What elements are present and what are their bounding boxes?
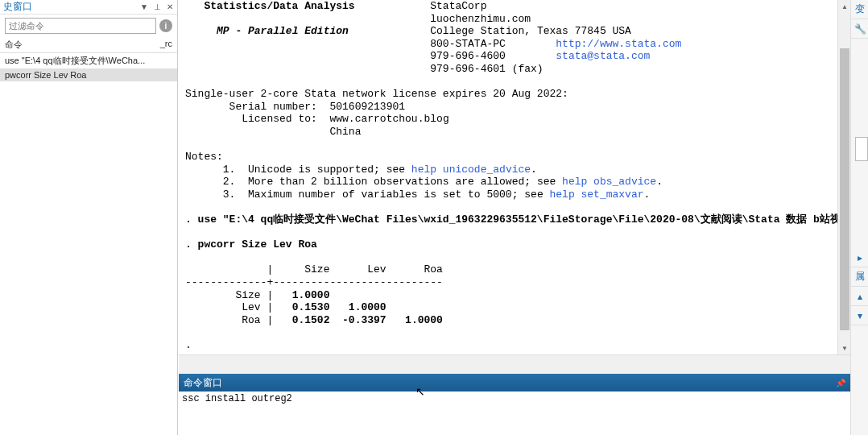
history-column-header: 命令 _rc — [0, 37, 177, 53]
stata-email-link[interactable]: stata@stata.com — [556, 50, 650, 62]
history-panel: 史窗口 ▼ ⊥ ✕ i 命令 _rc use "E:\4 qq临时接受文件\We… — [0, 0, 178, 435]
mini-scroll-thumb[interactable] — [855, 137, 868, 161]
corr-row2-label: Lev — [242, 301, 260, 313]
command-header: 命令窗口 📌 — [179, 374, 850, 392]
note1-text: 1. Unicode is supported; see — [223, 164, 411, 176]
filter-row: i — [0, 14, 177, 37]
corr-hdr-roa: Roa — [424, 263, 442, 276]
history-title: 史窗口 — [3, 0, 140, 14]
tab-properties[interactable]: 属 — [851, 267, 868, 287]
corr-r3c3: 1.0000 — [405, 314, 443, 326]
site-label: luochenzhimu.com — [430, 13, 531, 25]
results-panel: Statistics/Data Analysis StataCorp luoch… — [179, 0, 850, 354]
command-input[interactable] — [179, 392, 850, 406]
history-item[interactable]: use "E:\4 qq临时接受文件\WeCha... — [0, 53, 177, 68]
history-item[interactable]: pwcorr Size Lev Roa — [0, 68, 177, 81]
obs-advice-link[interactable]: help obs_advice — [562, 176, 656, 188]
address-label: College Station, Texas 77845 USA — [430, 25, 631, 37]
command-panel: 命令窗口 📌 — [179, 374, 850, 435]
echo-cmd2: . pwcorr Size Lev Roa — [185, 238, 317, 251]
history-toolbar: ▼ ⊥ ✕ — [140, 3, 174, 11]
company-label: StataCorp — [430, 0, 486, 12]
stata-url-link[interactable]: http://www.stata.com — [556, 38, 681, 50]
tab-up-icon[interactable]: ▴ — [851, 287, 868, 306]
corr-row1-label: Size — [235, 289, 260, 301]
col-header-command: 命令 — [5, 39, 150, 51]
corr-r3c2: -0.3397 — [342, 314, 386, 326]
filter-icon[interactable]: ▼ — [140, 3, 148, 11]
note3-text: 3. Maximum number of variables is set to… — [223, 188, 550, 201]
stat-label: Statistics/Data Analysis — [204, 0, 354, 12]
tab-variables[interactable]: 变 — [851, 0, 868, 19]
info-icon[interactable]: i — [159, 19, 172, 32]
filter-input[interactable] — [5, 18, 156, 34]
corr-r3c1: 0.1502 — [292, 314, 330, 326]
scroll-thumb[interactable] — [840, 48, 849, 330]
history-header: 史窗口 ▼ ⊥ ✕ — [0, 0, 177, 14]
corr-r1c1: 1.0000 — [292, 289, 330, 301]
license-line: Single-user 2-core Stata network license… — [185, 88, 568, 100]
col-header-rc: _rc — [150, 39, 172, 51]
licensed-to-value2: China — [329, 126, 361, 138]
licensed-to-label: Licensed to: — [242, 113, 317, 125]
pin-icon[interactable]: 📌 — [836, 379, 845, 387]
corr-r2c1: 0.1530 — [292, 301, 330, 313]
results-scrollbar-v[interactable]: ▲ ▼ — [837, 0, 850, 354]
results-content: Statistics/Data Analysis StataCorp luoch… — [179, 0, 850, 338]
edition-label: MP - Parallel Edition — [217, 25, 349, 37]
phone1-label: 800-STATA-PC — [430, 38, 506, 50]
notes-label: Notes: — [185, 151, 223, 163]
serial-label: Serial number: — [229, 101, 317, 113]
pin-icon[interactable]: ⊥ — [153, 3, 161, 11]
echo-cmd1: . use "E:\4 qq临时接受文件\WeChat Files\wxid_1… — [185, 213, 850, 226]
corr-r2c2: 1.0000 — [349, 301, 386, 313]
serial-value: 501609213901 — [329, 101, 405, 113]
phone2-label: 979-696-4600 — [430, 50, 506, 62]
corr-row3-label: Roa — [242, 314, 260, 326]
tab-collapse-icon[interactable]: ▸ — [851, 248, 868, 267]
fax-label: 979-696-4601 (fax) — [430, 63, 543, 75]
right-toolbar: 变 🔧 ▸ 属 ▴ ▾ — [850, 0, 868, 435]
corr-hdr-size: Size — [304, 263, 329, 276]
corr-hdr-lev: Lev — [367, 263, 386, 276]
scroll-down-icon[interactable]: ▼ — [838, 342, 850, 354]
close-icon[interactable]: ✕ — [166, 3, 174, 11]
prompt-dot: . — [185, 339, 192, 351]
command-title: 命令窗口 — [184, 376, 836, 390]
results-hscroll[interactable] — [179, 354, 850, 374]
set-maxvar-link[interactable]: help set_maxvar — [549, 188, 643, 201]
unicode-advice-link[interactable]: help unicode_advice — [411, 164, 531, 176]
command-input-area — [179, 392, 850, 435]
tab-down-icon[interactable]: ▾ — [851, 306, 868, 325]
note2-text: 2. More than 2 billion observations are … — [223, 176, 562, 188]
scroll-up-icon[interactable]: ▲ — [838, 0, 850, 13]
licensed-to-value: www.carrotchou.blog — [329, 113, 448, 125]
tab-wrench-icon[interactable]: 🔧 — [851, 19, 868, 39]
